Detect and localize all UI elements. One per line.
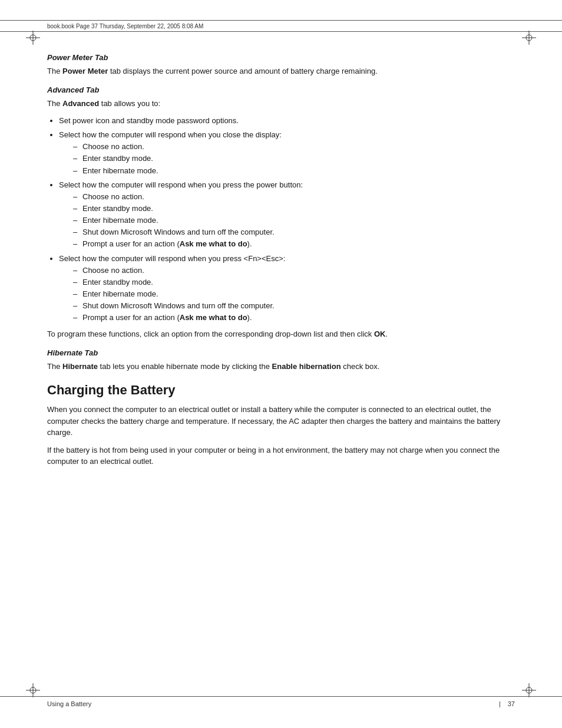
sub-list-2: Choose no action. Enter standby mode. En… (73, 141, 515, 176)
hibernate-body: The Hibernate tab lets you enable hibern… (47, 361, 515, 373)
advanced-tab-section: Advanced Tab The Advanced tab allows you… (47, 85, 515, 340)
bullet-item-4: Select how the computer will respond whe… (59, 253, 515, 324)
footer-bar: Using a Battery | 37 (0, 696, 562, 708)
advanced-bullet-list: Set power icon and standby mode password… (59, 115, 515, 324)
advanced-footer-text: To program these functions, click an opt… (47, 328, 515, 340)
sub-item-3-1: Choose no action. (73, 191, 515, 203)
sub-item-4-3: Enter hibernate mode. (73, 288, 515, 300)
hibernate-section: Hibernate Tab The Hibernate tab lets you… (47, 348, 515, 373)
bullet-item-2: Select how the computer will respond whe… (59, 129, 515, 177)
footer-separator: | (499, 700, 501, 707)
power-meter-body-pre: The (47, 67, 62, 75)
bullet-item-3: Select how the computer will respond whe… (59, 179, 515, 251)
sub-item-3-2: Enter standby mode. (73, 203, 515, 215)
bullet-4-text: Select how the computer will respond whe… (59, 254, 285, 263)
power-meter-heading: Power Meter Tab (47, 53, 515, 62)
advanced-intro-post: tab allows you to: (99, 99, 160, 108)
corner-mark-br (522, 683, 536, 697)
power-meter-body: The Power Meter tab displays the current… (47, 65, 515, 77)
page-container: book.book Page 37 Thursday, September 22… (0, 0, 562, 728)
advanced-tab-intro: The Advanced tab allows you to: (47, 98, 515, 110)
sub-item-2-3: Enter hibernate mode. (73, 165, 515, 177)
charging-section: Charging the Battery When you connect th… (47, 383, 515, 467)
hibernate-heading: Hibernate Tab (47, 348, 515, 357)
power-meter-bold: Power Meter (62, 67, 108, 75)
sub-item-2-2: Enter standby mode. (73, 153, 515, 164)
sub-item-3-3: Enter hibernate mode. (73, 215, 515, 226)
power-meter-section: Power Meter Tab The Power Meter tab disp… (47, 53, 515, 77)
header-bar: book.book Page 37 Thursday, September 22… (0, 20, 562, 32)
advanced-intro-bold: Advanced (62, 99, 99, 108)
charging-heading: Charging the Battery (47, 383, 515, 398)
sub-item-3-5: Prompt a user for an action (Ask me what… (73, 238, 515, 250)
power-meter-body2: tab displays the current power source an… (108, 67, 377, 75)
sub-item-2-1: Choose no action. (73, 141, 515, 153)
header-text: book.book Page 37 Thursday, September 22… (47, 23, 203, 29)
sub-item-4-5: Prompt a user for an action (Ask me what… (73, 312, 515, 324)
advanced-tab-heading: Advanced Tab (47, 85, 515, 94)
footer-section-label: Using a Battery (47, 700, 91, 707)
sub-list-4: Choose no action. Enter standby mode. En… (73, 265, 515, 324)
footer-page-number: 37 (508, 700, 515, 707)
sub-item-4-1: Choose no action. (73, 265, 515, 276)
corner-mark-tr (522, 31, 536, 45)
sub-list-3: Choose no action. Enter standby mode. En… (73, 191, 515, 251)
sub-item-3-4: Shut down Microsoft Windows and turn off… (73, 226, 515, 238)
main-content: Power Meter Tab The Power Meter tab disp… (47, 53, 515, 681)
corner-mark-bl (26, 683, 40, 697)
corner-mark-tl (26, 31, 40, 45)
sub-item-4-4: Shut down Microsoft Windows and turn off… (73, 300, 515, 312)
bullet-item-1: Set power icon and standby mode password… (59, 115, 515, 127)
charging-para1: When you connect the computer to an elec… (47, 404, 515, 439)
charging-para2: If the battery is hot from being used in… (47, 444, 515, 467)
advanced-intro-pre: The (47, 99, 62, 108)
sub-item-4-2: Enter standby mode. (73, 276, 515, 288)
